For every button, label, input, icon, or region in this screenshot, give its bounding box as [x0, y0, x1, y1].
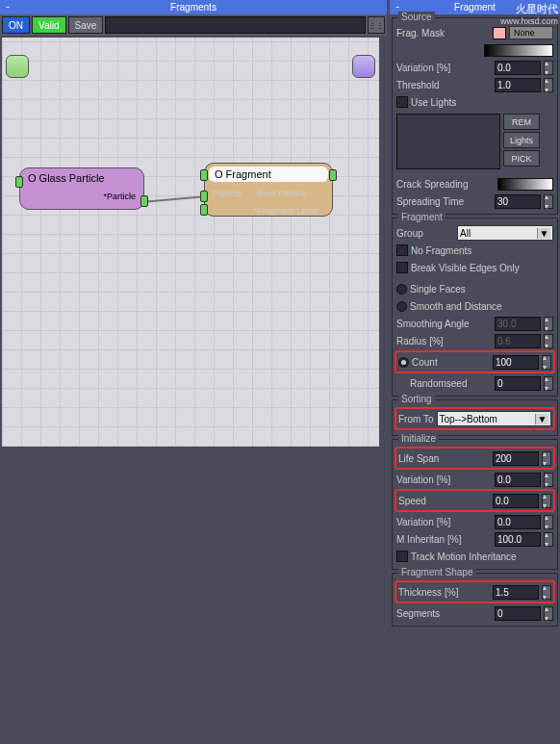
variation2-input[interactable]	[495, 515, 541, 529]
lights-preview[interactable]	[396, 114, 500, 169]
life-span-input[interactable]	[493, 451, 539, 466]
mask-select[interactable]: None	[509, 26, 553, 39]
toolbar: ON Valid Save ⋮⋮	[0, 14, 387, 36]
count-radio[interactable]	[398, 357, 409, 368]
group-dropdown[interactable]: All▼	[457, 225, 553, 241]
spread-time-label: Spreading Time	[396, 196, 464, 207]
fragment-section: Fragment Group All▼ No Fragments Break V…	[392, 218, 558, 397]
spinner-icon[interactable]	[544, 78, 553, 92]
speed-input[interactable]	[493, 494, 539, 508]
thickness-input[interactable]	[493, 585, 539, 600]
count-input[interactable]	[493, 355, 539, 370]
spinner-icon[interactable]	[544, 532, 553, 547]
track-motion-checkbox[interactable]	[396, 551, 408, 562]
highlight-box: Count	[395, 350, 555, 373]
valid-button[interactable]: Valid	[32, 16, 66, 34]
pct-label: [%]	[445, 587, 458, 598]
options-icon[interactable]: ⋮⋮	[368, 16, 385, 34]
segments-label: Segments	[396, 608, 440, 619]
spinner-icon[interactable]	[542, 451, 551, 466]
variation-label: Variation	[396, 63, 434, 73]
mask-gradient[interactable]	[484, 44, 553, 57]
port-icon[interactable]	[15, 176, 23, 188]
spinner-icon[interactable]	[544, 334, 553, 348]
spinner-icon[interactable]	[544, 61, 553, 75]
threshold-input[interactable]	[495, 78, 541, 92]
glass-particle-node[interactable]: O Glass Particle *Particle	[19, 167, 144, 210]
output-portlet[interactable]	[352, 55, 375, 78]
left-titlebar[interactable]: - Fragments	[0, 0, 387, 14]
spinner-icon[interactable]	[544, 606, 553, 621]
thickness-label: Thickness	[398, 587, 442, 598]
initialize-section: Initialize Life Span Variation [%] Speed…	[392, 439, 558, 570]
pick-button[interactable]: PICK	[503, 150, 540, 167]
connection-wire[interactable]	[144, 195, 204, 202]
variation-label: Variation	[396, 517, 434, 527]
variation-label: Variation	[396, 475, 434, 485]
break-visible-label: Break Visible Edges Only	[411, 263, 520, 273]
node-title: O Fragment	[209, 167, 328, 182]
radius-label: Radius	[396, 336, 426, 346]
group-label: Group	[396, 228, 423, 239]
section-title: Fragment	[398, 212, 445, 222]
pct-label: [%]	[437, 63, 450, 73]
name-input[interactable]	[105, 16, 366, 34]
spread-time-input[interactable]	[495, 194, 541, 209]
spinner-icon[interactable]	[542, 355, 551, 370]
node-input-label: Particle	[213, 189, 251, 198]
node-canvas[interactable]: O Glass Particle *Particle O Fragment Pa…	[2, 38, 379, 447]
pct-label: [%]	[429, 336, 443, 346]
section-title: Fragment Shape	[398, 567, 476, 577]
spinner-icon[interactable]	[544, 515, 553, 529]
watermark-url: www.hxsd.com	[500, 16, 558, 26]
highlight-box: Life Span	[395, 447, 555, 470]
on-button[interactable]: ON	[2, 16, 30, 34]
spinner-icon[interactable]	[542, 494, 551, 508]
spinner-icon[interactable]	[542, 585, 551, 600]
collapse-icon[interactable]: -	[394, 2, 401, 12]
radius-input[interactable]	[495, 334, 541, 348]
input-portlet[interactable]	[6, 55, 29, 78]
spinner-icon[interactable]	[544, 376, 553, 391]
spinner-icon[interactable]	[544, 194, 553, 209]
count-label: Count	[412, 357, 438, 368]
smoothing-angle-input[interactable]	[495, 317, 541, 331]
port-icon[interactable]	[200, 191, 208, 202]
rem-button[interactable]: REM	[503, 114, 540, 130]
from-to-dropdown[interactable]: Top-->Bottom▼	[437, 411, 552, 426]
crack-gradient[interactable]	[497, 178, 553, 191]
no-fragments-label: No Fragments	[411, 245, 471, 256]
left-panel: - Fragments ON Valid Save ⋮⋮ O Glass Par…	[0, 0, 387, 744]
port-icon[interactable]	[140, 195, 148, 207]
port-icon[interactable]	[329, 169, 337, 181]
randomseed-input[interactable]	[495, 376, 541, 391]
save-button[interactable]: Save	[68, 16, 104, 34]
fragment-node[interactable]: O Fragment Particle*Born Particle *Fragm…	[204, 163, 333, 217]
use-lights-checkbox[interactable]	[396, 96, 408, 108]
collapse-icon[interactable]: -	[4, 2, 12, 12]
segments-input[interactable]	[495, 606, 541, 621]
node-output-label: *Fragment Level	[254, 206, 318, 216]
highlight-box: Thickness [%]	[395, 580, 555, 603]
single-faces-radio[interactable]	[396, 284, 407, 295]
section-title: Initialize	[398, 433, 439, 444]
from-to-label: From To	[398, 414, 434, 424]
port-icon[interactable]	[200, 169, 208, 181]
spinner-icon[interactable]	[544, 317, 553, 331]
break-visible-checkbox[interactable]	[396, 262, 408, 273]
no-fragments-checkbox[interactable]	[396, 244, 408, 256]
port-icon[interactable]	[200, 204, 208, 216]
lights-button[interactable]: Lights	[503, 132, 540, 148]
randomseed-label: Randomseed	[410, 378, 467, 389]
variation-input[interactable]	[495, 473, 541, 487]
variation-input[interactable]	[495, 61, 541, 75]
smooth-distance-radio[interactable]	[396, 301, 407, 312]
track-motion-label: Track Motion Inheritance	[411, 552, 517, 562]
single-faces-label: Single Faces	[410, 284, 466, 295]
spinner-icon[interactable]	[544, 473, 553, 487]
m-inheritan-input[interactable]	[495, 532, 541, 547]
source-section: Source Frag. Mask None Variation [%] Thr…	[392, 17, 558, 215]
mask-swatch[interactable]	[493, 27, 506, 39]
use-lights-label: Use Lights	[411, 97, 456, 108]
highlight-box: From To Top-->Bottom▼	[395, 407, 555, 430]
